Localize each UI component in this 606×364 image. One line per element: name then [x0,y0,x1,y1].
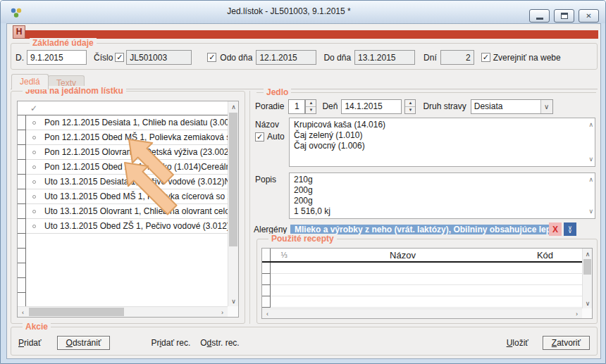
checkmark-icon: ✓ [26,103,42,113]
meal-row-text: Uto 13.1.2015 Olovrant 1, Chlieb na olov… [42,204,228,219]
scroll-up-icon[interactable]: ∧ [583,249,593,259]
auto-checkbox[interactable]: ✓ [255,132,264,142]
minimize-button[interactable] [529,9,550,23]
recipes-hscrollbar[interactable]: ‹ › [262,308,582,318]
tab-jedla[interactable]: Jedlá [11,74,49,89]
range-checkbox[interactable]: ✓ [207,53,216,62]
scroll-up-icon[interactable]: ∧ [588,175,593,185]
recipes-group: Použité recepty ⅓ Názov Kód ∧ [256,239,598,324]
close-button[interactable]: ✕ [579,9,599,23]
order-stepper[interactable]: ▲ ▼ [305,99,316,114]
vscroll-thumb[interactable] [229,113,237,246]
meal-list-group: Jedlá na jedálnom lístku ✓ Pon 12.1.2015… [11,91,245,324]
meal-row-text: Pon 12.1.2015 Desiata 1, Chlieb na desia… [42,115,228,130]
panel-divider [249,91,250,324]
meal-row[interactable]: Uto 13.1.2015 Obed ZŠ 1, Pečivo vodové (… [18,219,228,234]
allergens-label: Alergény [254,225,290,234]
auto-label: Auto [267,132,285,142]
meal-list-vscrollbar[interactable]: ∧ ∨ [228,101,238,306]
meal-row-text: Uto 13.1.2015 Desiata 1, Pečivo vodové (… [42,175,228,189]
add-recipe-button[interactable]: Pridať rec. [151,338,190,348]
order-field[interactable]: 1 [288,99,305,114]
header-red-bar [25,30,598,39]
remove-recipe-button[interactable]: Odstr. rec. [200,338,239,348]
close-dialog-button[interactable]: Zatvoriť [543,336,590,350]
scroll-left-icon[interactable]: ‹ [18,307,28,318]
day-field[interactable]: 14.1.2015 [341,99,402,114]
close-icon: ✕ [586,12,591,20]
from-date-label: Odo dňa [220,53,252,63]
basic-data-legend: Základné údaje [30,38,97,48]
recipes-vscrollbar[interactable]: ∧ ∨ [582,249,592,308]
scroll-down-icon[interactable]: ∨ [228,296,239,306]
date-label: D. [16,53,24,63]
scroll-up-icon[interactable]: ∧ [588,120,593,130]
meal-row[interactable]: Uto 13.1.2015 Desiata 1, Pečivo vodové (… [18,175,228,189]
chevron-down-icon[interactable]: ∨ [540,100,552,113]
spin-down-icon[interactable]: ▼ [405,107,415,113]
record-bullet-icon [32,121,36,125]
meal-row-text: Uto 13.1.2015 Obed MŠ 1, Polievka cícero… [42,189,228,204]
app-logo-icon [10,7,23,18]
expand-allergens-button[interactable]: ∨ ∨ [564,222,576,236]
restore-button[interactable] [554,9,574,23]
record-bullet-icon [32,225,36,228]
client-area: H Základné údaje D. 9.1.2015 Číslo ✓ JL5… [6,23,601,359]
number-field[interactable]: JL501003 [126,50,192,65]
number-label: Číslo [94,53,113,63]
name-textarea[interactable]: Krupicová kaša (14.016) Čaj zelený (1.01… [289,118,595,167]
description-line: 200g [294,196,585,206]
meal-row-empty [18,234,228,249]
number-checkbox[interactable]: ✓ [115,53,124,62]
days-field[interactable]: 2 [440,50,474,65]
publish-checkbox[interactable]: ✓ [481,53,490,62]
scroll-down-icon[interactable]: ∨ [588,154,593,165]
day-label: Deň [322,101,338,111]
remove-button[interactable]: Odstrániť [57,336,111,350]
description-line: 210g [294,175,585,185]
jedlo-legend: Jedlo [264,87,291,97]
meal-row-empty [18,278,228,293]
restore-icon [561,13,568,19]
h-toolbar-button[interactable]: H [13,25,25,39]
remove-allergen-button[interactable]: X [549,222,562,236]
description-textarea[interactable]: 210g 200g 200g 1 516,0 kj ∧ ∨ [289,172,595,219]
spin-up-icon[interactable]: ▲ [306,100,316,107]
allergens-field[interactable]: Mlieko a výrobky z neho (vrát. laktózy),… [290,225,549,234]
meal-row[interactable]: Uto 13.1.2015 Obed MŠ 1, Polievka cícero… [18,189,228,204]
spin-up-icon[interactable]: ▲ [405,100,415,107]
meal-row[interactable]: Pon 12.1.2015 Obed MŠ 1, Polievka zemiak… [18,130,228,145]
actions-legend: Akcie [23,322,51,332]
scroll-right-icon[interactable]: › [217,307,228,318]
scroll-down-icon[interactable]: ∨ [583,298,593,308]
recipes-col-nazov: Názov [297,250,508,261]
scroll-right-icon[interactable]: › [571,309,582,319]
scrollbar-corner [228,306,238,317]
scroll-down-icon[interactable]: ∨ [588,206,593,217]
meal-row-empty [18,263,228,278]
save-button[interactable]: Uložiť [507,338,528,348]
meal-row[interactable]: Pon 12.1.2015 Obed ZŠ 1, Mlieko (1.014)C… [18,160,228,175]
date-field[interactable]: 9.1.2015 [27,50,87,65]
meal-row[interactable]: Pon 12.1.2015 Olovrant 1, Detská výživa … [18,145,228,160]
meal-list-hscrollbar[interactable]: ‹ › [18,306,228,317]
check-icon: ✓ [209,54,215,61]
meal-row[interactable]: Pon 12.1.2015 Desiata 1, Chlieb na desia… [18,115,228,130]
actions-group: Akcie Pridať Odstrániť Pridať rec. Odstr… [11,327,598,356]
add-button[interactable]: Pridať [18,338,42,348]
meal-type-select[interactable]: Desiata ∨ [471,99,553,114]
day-stepper[interactable]: ▲ ▼ [404,99,416,114]
window-title: Jed.lístok - JL501003, 9.1.2015 * [57,6,521,16]
spin-down-icon[interactable]: ▼ [306,107,316,113]
meal-row[interactable]: Uto 13.1.2015 Olovrant 1, Chlieb na olov… [18,204,228,219]
to-date-field[interactable]: 13.1.2015 [354,50,415,65]
scroll-left-icon[interactable]: ‹ [262,309,273,319]
meal-row-text: Pon 12.1.2015 Obed MŠ 1, Polievka zemiak… [42,130,228,145]
recipes-table: ⅓ Názov Kód ∧ ∨ ‹ › [261,248,593,319]
app-window: Jed.lístok - JL501003, 9.1.2015 * ✕ H Zá… [0,0,606,364]
record-bullet-icon [32,151,36,154]
vscroll-thumb[interactable] [583,259,591,275]
scroll-up-icon[interactable]: ∧ [228,101,239,112]
hscroll-thumb[interactable] [29,308,124,316]
from-date-field[interactable]: 12.1.2015 [256,50,316,65]
